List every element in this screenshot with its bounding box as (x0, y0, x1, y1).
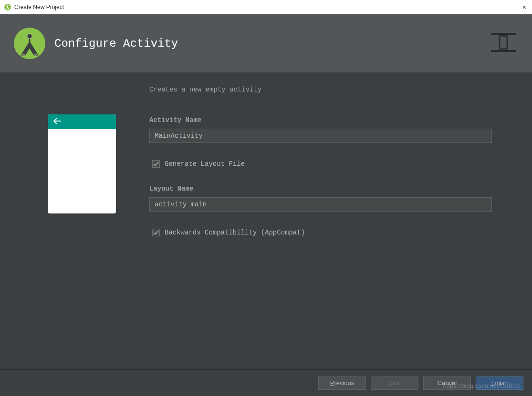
layout-name-input[interactable] (149, 197, 492, 212)
previous-button[interactable]: Previous (318, 376, 366, 390)
phone-topbar (48, 114, 116, 129)
wizard-header: Configure Activity (0, 14, 532, 72)
finish-button[interactable]: Finish (476, 376, 523, 390)
android-studio-icon (4, 3, 11, 11)
backwards-compat-label: Backwards Compatibility (AppCompat) (165, 229, 305, 236)
generate-layout-checkbox[interactable] (152, 160, 160, 168)
backwards-compat-checkbox[interactable] (152, 229, 160, 236)
next-button[interactable]: Next (371, 376, 418, 390)
title-bar: Create New Project × (0, 0, 532, 14)
device-icon (490, 31, 517, 56)
preview-panel (48, 86, 116, 369)
footer: Previous Next Cancel Finish https://blog… (0, 369, 532, 396)
backwards-compat-row: Backwards Compatibility (AppCompat) (152, 229, 492, 236)
close-icon[interactable]: × (522, 3, 526, 11)
svg-rect-6 (500, 36, 507, 49)
cancel-button[interactable]: Cancel (423, 376, 471, 390)
form-description: Creates a new empty activity (149, 86, 492, 93)
android-studio-logo-icon (13, 27, 46, 60)
window-title: Create New Project (14, 4, 64, 10)
back-arrow-icon (53, 118, 61, 126)
content-area: Creates a new empty activity Activity Na… (0, 72, 532, 369)
activity-name-label: Activity Name (149, 116, 492, 124)
generate-layout-label: Generate Layout File (165, 160, 245, 168)
phone-preview (48, 114, 116, 213)
window-body: Configure Activity Create (0, 14, 532, 396)
generate-layout-row: Generate Layout File (152, 160, 492, 168)
page-title: Configure Activity (54, 37, 178, 50)
layout-name-label: Layout Name (149, 185, 492, 193)
activity-name-input[interactable] (149, 129, 492, 143)
form-panel: Creates a new empty activity Activity Na… (149, 86, 492, 369)
